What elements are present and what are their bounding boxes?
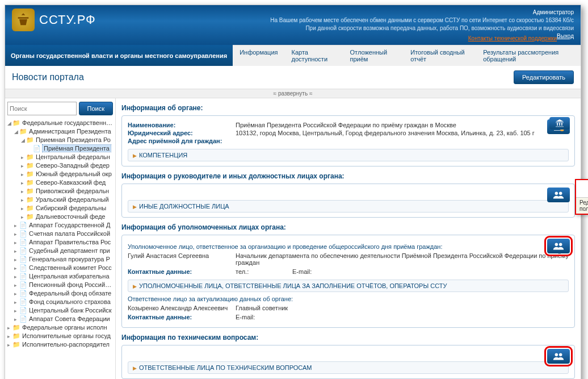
panel-authorized: Уполномоченное лицо, ответственное за ор… (121, 235, 575, 328)
tree-item[interactable]: ▸📁 Приволжский федеральн (21, 187, 113, 195)
operators-expander[interactable]: ▶УПОЛНОМОЧЕННЫЕ ЛИЦА, ОТВЕТСТВЕННЫЕ ЛИЦА… (128, 280, 569, 292)
speed-msg2: При данной скорости возможна передача да… (270, 24, 574, 32)
tree-doc[interactable]: ▸📄 Пенсионный фонд Российско (14, 281, 113, 289)
tree-item[interactable]: ▸📁 Сибирский федеральны (21, 204, 113, 213)
resp-pos: Главный советник (236, 305, 569, 311)
tree-doc[interactable]: ▸📄 Аппарат Государственной Д (14, 221, 113, 230)
menu-bar: Органы государственной власти и органы м… (5, 45, 581, 66)
menu-items: Информация Карта доступности Отложенный … (233, 45, 581, 66)
resp-name: Козыренко Александр Алексеевич (128, 305, 236, 311)
tel-label: тел.: (236, 268, 292, 275)
site-title: ССТУ.РФ (39, 13, 96, 27)
panel-tech: ▶ОТВЕТСТВЕННЫЕ ЛИЦА ПО ТЕХНИЧЕСКИМ ВОПРО… (121, 345, 575, 379)
panel-leaders: ▶ИНЫЕ ДОЛЖНОСТНЫЕ ЛИЦА (121, 184, 575, 218)
tree-bottom[interactable]: ▸📁 Исполнительно-распорядител (7, 340, 113, 349)
edit-button[interactable]: Редактировать (514, 70, 574, 84)
tree-doc[interactable]: ▸📄 Центральный банк Российск (14, 306, 113, 315)
logo-area: ССТУ.РФ (12, 9, 96, 31)
section2-title: Информация о руководителе и иных должнос… (121, 172, 575, 180)
svg-point-2 (559, 192, 562, 195)
menu-report[interactable]: Итоговый сводный отчёт (404, 45, 476, 66)
auth-name: Гулий Анастасия Сергеевна (128, 252, 236, 266)
tree-item[interactable]: ▸📁 Уральский федеральный (21, 195, 113, 204)
menu-section-label: Органы государственной власти и органы м… (5, 49, 233, 63)
other-officials-expander[interactable]: ▶ИНЫЕ ДОЛЖНОСТНЫЕ ЛИЦА (128, 200, 569, 213)
title-row: Новости портала Редактировать (5, 66, 581, 89)
tree-doc[interactable]: ▸📄 Федеральный фонд обязате (14, 289, 113, 298)
tree-item[interactable]: ▸📁 Южный федеральный окр (21, 170, 113, 178)
tree-priemnaya[interactable]: ◢📁 Приемная Президента Ро (21, 136, 113, 144)
resp-subtitle: Ответственное лицо за актуализацию данны… (128, 295, 569, 302)
tree-doc[interactable]: ▸📄 Счетная палата Российской (14, 230, 113, 238)
tooltip-text: Редактировать данные пользователей (576, 197, 588, 214)
tree-item[interactable]: ▸📁 Северо-Кавказский фед (21, 178, 113, 187)
menu-info[interactable]: Информация (233, 45, 284, 66)
tree-doc[interactable]: ▸📄 Фонд социального страхова (14, 298, 113, 306)
addr-value: 103132, город Москва, Центральный, Город… (236, 130, 569, 136)
menu-map[interactable]: Карта доступности (285, 45, 343, 66)
tree-selected[interactable]: 📄 Приёмная Президента (28, 144, 113, 153)
edit-authorized-icon[interactable] (547, 239, 570, 253)
speed-msg1: На Вашем рабочем месте обеспечен обмен д… (270, 16, 574, 24)
email-label2: E-mail: (236, 314, 292, 320)
auth-subtitle: Уполномоченное лицо, ответственное за ор… (128, 243, 569, 250)
svg-point-5 (555, 353, 558, 357)
edit-tech-icon[interactable] (547, 349, 570, 364)
menu-deferred[interactable]: Отложенный приём (343, 45, 404, 66)
sidebar: Поиск ◢📁 Федеральные государственные ◢📁 … (5, 98, 116, 379)
svg-point-6 (559, 353, 562, 357)
svg-point-4 (559, 243, 562, 247)
tech-expander[interactable]: ▶ОТВЕТСТВЕННЫЕ ЛИЦА ПО ТЕХНИЧЕСКИМ ВОПРО… (128, 361, 569, 374)
tree-item[interactable]: ▸📁 Дальневосточный феде (21, 213, 113, 221)
tree-bottom[interactable]: ▸📁 Федеральные органы исполн (7, 323, 113, 332)
addr-label: Юридический адрес: (128, 130, 236, 136)
svg-point-1 (555, 192, 558, 195)
chevron-right-icon: ▶ (133, 204, 137, 210)
tooltip-popup: Редактировать данные пользователей (575, 179, 588, 215)
section1-title: Информация об органе: (121, 104, 575, 112)
contact-label: Контактные данные: (128, 268, 236, 275)
tree-item[interactable]: ▸📁 Центральный федеральн (21, 153, 113, 161)
tree-doc[interactable]: ▸📄 Следственный комитет Росс (14, 264, 113, 272)
header-right: Администратор На Вашем рабочем месте обе… (270, 9, 574, 43)
name-label: Наименование: (128, 122, 236, 128)
header: ССТУ.РФ Администратор На Вашем рабочем м… (5, 5, 581, 45)
search-input[interactable] (7, 102, 77, 115)
tree-bottom[interactable]: ▸📁 Исполнительные органы госуд (7, 332, 113, 340)
chevron-right-icon: ▶ (133, 284, 137, 289)
exit-link[interactable]: Выход (557, 32, 574, 40)
tree-doc[interactable]: ▸📄 Аппарат Правительства Рос (14, 238, 113, 247)
support-link[interactable]: Контакты технической поддержки (468, 35, 557, 43)
name-value: Приёмная Президента Российской Федерации… (236, 122, 569, 128)
section3-title: Информация об уполномоченных лицах орган… (121, 223, 575, 231)
chevron-right-icon: ▶ (133, 365, 137, 371)
tree-admin[interactable]: ◢📁 Администрация Президента (14, 127, 113, 136)
tree-doc[interactable]: ▸📄 Судебный департамент при (14, 247, 113, 255)
page-title: Новости портала (12, 72, 84, 82)
chevron-right-icon: ▶ (133, 153, 137, 159)
email-label: E-mail: (292, 268, 349, 275)
competence-expander[interactable]: ▶КОМПЕТЕНЦИЯ (128, 149, 569, 161)
main-content: Информация об органе: Наименование:Приём… (116, 98, 581, 379)
svg-point-3 (555, 243, 558, 247)
admin-label: Администратор (270, 9, 574, 16)
tree-doc[interactable]: ▸📄 Генеральная прокуратура Р (14, 255, 113, 264)
tree-doc[interactable]: ▸📄 Центральная избирательна (14, 272, 113, 281)
search-button[interactable]: Поиск (79, 102, 113, 115)
tree-root[interactable]: ◢📁 Федеральные государственные (7, 119, 113, 127)
emblem-icon (12, 9, 35, 31)
tree: ◢📁 Федеральные государственные ◢📁 Админи… (7, 119, 113, 349)
edit-leaders-icon[interactable] (547, 188, 570, 202)
edit-competence-icon[interactable] (549, 117, 570, 130)
addr2-label: Адрес приёмной для граждан: (128, 138, 236, 144)
auth-pos: Начальник департамента по обеспечению де… (236, 252, 569, 266)
section4-title: Информация по техническим вопросам: (121, 334, 575, 341)
panel-org-info: Наименование:Приёмная Президента Российс… (121, 115, 575, 166)
tree-doc[interactable]: ▸📄 Аппарат Совета Федерации (14, 315, 113, 323)
menu-results[interactable]: Результаты рассмотрения обращений (476, 45, 581, 66)
contact-label2: Контактные данные: (128, 314, 236, 320)
expand-bar[interactable]: ≈ развернуть ≈ (5, 89, 581, 98)
tree-item[interactable]: ▸📁 Северо-Западный федер (21, 161, 113, 170)
